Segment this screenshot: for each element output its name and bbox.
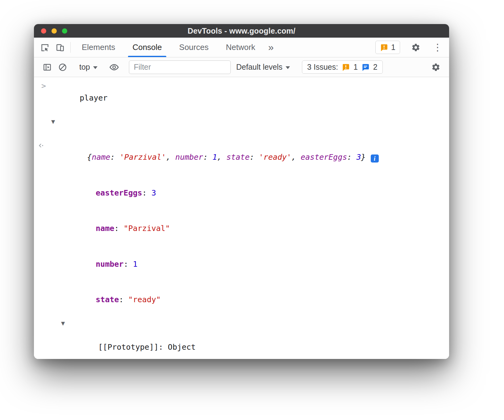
tab-label: Console bbox=[132, 43, 162, 52]
command-text: player bbox=[80, 93, 107, 102]
console-result-row[interactable]: ▼ {name: 'Parzival', number: 1, state: '… bbox=[34, 116, 449, 175]
console-settings-button[interactable] bbox=[428, 63, 444, 72]
colon: : bbox=[119, 295, 128, 304]
preview-token: , bbox=[217, 153, 226, 162]
message-icon bbox=[361, 63, 370, 71]
tab-label: Sources bbox=[179, 43, 209, 52]
window-title: DevTools - www.google.com/ bbox=[34, 27, 449, 35]
collapse-caret-icon[interactable]: ▼ bbox=[61, 318, 65, 330]
result-return-icon bbox=[38, 118, 45, 125]
chevron-down-icon bbox=[286, 66, 290, 69]
info-icon[interactable]: i bbox=[371, 154, 379, 163]
warning-icon bbox=[380, 43, 388, 51]
collapse-caret-icon[interactable]: ▼ bbox=[51, 116, 55, 128]
inspect-element-button[interactable] bbox=[37, 38, 52, 57]
preview-token: : bbox=[250, 153, 259, 162]
warning-icon bbox=[342, 63, 350, 71]
context-selector[interactable]: top bbox=[76, 63, 101, 72]
error-count: 1 bbox=[391, 43, 395, 52]
property-key: number bbox=[96, 260, 123, 269]
colon: : bbox=[114, 224, 124, 233]
close-button[interactable] bbox=[41, 28, 46, 34]
property-value: "ready" bbox=[128, 295, 161, 304]
tab-label: Elements bbox=[82, 43, 115, 52]
issues-button[interactable]: 3 Issues: 1 2 bbox=[302, 60, 383, 74]
preview-token: number bbox=[175, 153, 203, 162]
more-tabs-icon: » bbox=[268, 42, 274, 53]
object-preview: {name: 'Parzival', number: 1, state: 're… bbox=[87, 153, 366, 162]
object-property-row[interactable]: number: 1 bbox=[34, 246, 449, 282]
property-value: 3 bbox=[151, 188, 156, 197]
error-badge[interactable]: 1 bbox=[375, 41, 400, 54]
log-levels-label: Default levels bbox=[236, 63, 283, 72]
more-tabs-button[interactable]: » bbox=[264, 38, 278, 57]
chevron-down-icon bbox=[93, 66, 97, 69]
console-messages[interactable]: >player ▼ {name: 'Parzival', number: 1, … bbox=[34, 77, 449, 359]
preview-token: { bbox=[87, 153, 92, 162]
preview-token: 'Parzival' bbox=[120, 153, 166, 162]
toolbar-right-controls bbox=[428, 63, 444, 72]
property-key: [[Prototype]] bbox=[98, 343, 159, 352]
devtools-tab-bar: Elements Console Sources Network » 1 bbox=[34, 38, 449, 57]
tab-network[interactable]: Network bbox=[217, 38, 264, 57]
object-property-row[interactable]: name: "Parzival" bbox=[34, 211, 449, 247]
preview-token: : bbox=[347, 153, 356, 162]
settings-button[interactable] bbox=[408, 43, 423, 52]
inspect-icon bbox=[40, 43, 49, 52]
prototype-row[interactable]: ▼ [[Prototype]]: Object bbox=[34, 318, 449, 359]
block-icon bbox=[58, 63, 67, 72]
preview-token: 'ready' bbox=[259, 153, 291, 162]
property-key: easterEggs bbox=[96, 188, 142, 197]
zoom-button[interactable] bbox=[62, 28, 67, 34]
console-sidebar-button[interactable] bbox=[39, 63, 55, 72]
preview-token: easterEggs bbox=[301, 153, 347, 162]
preview-token: name bbox=[92, 153, 110, 162]
gear-icon bbox=[431, 63, 440, 72]
issues-warning-count: 1 bbox=[353, 63, 358, 72]
devtools-window: DevTools - www.google.com/ Elements Cons… bbox=[34, 24, 449, 359]
tab-sources[interactable]: Sources bbox=[171, 38, 217, 57]
filter-input[interactable] bbox=[129, 60, 231, 74]
tab-bar-right-controls: 1 ⋮ bbox=[375, 38, 444, 57]
sidebar-panel-icon bbox=[43, 63, 52, 72]
preview-token: } bbox=[361, 153, 366, 162]
tab-elements[interactable]: Elements bbox=[73, 38, 124, 57]
object-property-row[interactable]: easterEggs: 3 bbox=[34, 175, 449, 211]
preview-token: , bbox=[291, 153, 301, 162]
object-property-row[interactable]: state: "ready" bbox=[34, 282, 449, 318]
panel-tabs: Elements Console Sources Network bbox=[73, 38, 264, 57]
eye-icon bbox=[109, 62, 119, 72]
property-value: 1 bbox=[133, 260, 138, 269]
property-key: name bbox=[96, 224, 114, 233]
context-label: top bbox=[79, 63, 90, 72]
console-toolbar: top Default levels 3 Issues: bbox=[34, 57, 449, 77]
preview-token: : bbox=[203, 153, 213, 162]
kebab-icon: ⋮ bbox=[433, 42, 442, 53]
clear-console-button[interactable] bbox=[55, 63, 70, 72]
preview-token: , bbox=[166, 153, 175, 162]
log-levels-dropdown[interactable]: Default levels bbox=[233, 63, 294, 72]
device-toolbar-icon bbox=[56, 43, 65, 52]
live-expression-button[interactable] bbox=[106, 62, 122, 72]
minimize-button[interactable] bbox=[52, 28, 57, 34]
colon: : bbox=[142, 188, 151, 197]
property-value: Object bbox=[168, 343, 196, 352]
device-toolbar-button[interactable] bbox=[52, 38, 68, 57]
tab-console[interactable]: Console bbox=[124, 38, 170, 57]
titlebar: DevTools - www.google.com/ bbox=[34, 24, 449, 38]
traffic-lights bbox=[41, 24, 67, 38]
issues-label: 3 Issues: bbox=[307, 63, 338, 72]
property-value: "Parzival" bbox=[124, 224, 170, 233]
tab-label: Network bbox=[226, 43, 255, 52]
menu-button[interactable]: ⋮ bbox=[432, 43, 444, 52]
console-command-row: >player bbox=[34, 80, 449, 116]
preview-token: : bbox=[110, 153, 120, 162]
separator bbox=[70, 42, 71, 53]
command-chevron-icon: > bbox=[41, 80, 46, 92]
issues-message-count: 2 bbox=[373, 63, 378, 72]
preview-token: 1 bbox=[213, 153, 217, 162]
colon: : bbox=[124, 260, 133, 269]
property-key: state bbox=[96, 295, 119, 304]
colon: : bbox=[159, 343, 168, 352]
preview-token: state bbox=[226, 153, 250, 162]
